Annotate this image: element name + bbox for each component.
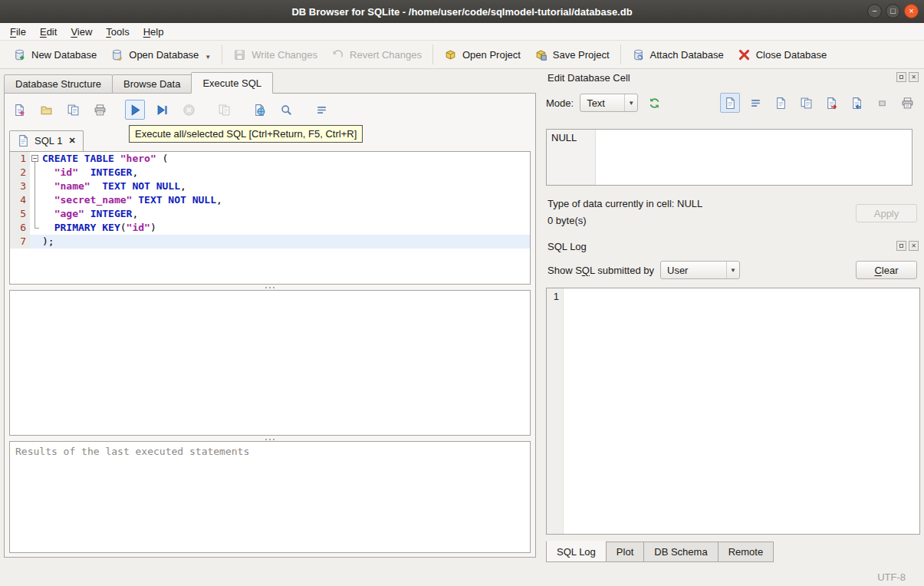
code-text: "secret_name" TEXT NOT NULL, [42,193,530,207]
toolbar-separator [222,44,222,64]
window-title: DB Browser for SQLite - /home/user/code/… [291,6,632,18]
sql-log-filter-label: Show SQL submitted by [547,265,654,276]
find-replace-button[interactable] [276,100,296,120]
cell-type-info: Type of data currently in cell: NULL [547,198,702,209]
copy-cell-button[interactable] [771,93,791,113]
open-database-button-label: Open Database [129,49,199,61]
code-text: "name" TEXT NOT NULL, [42,179,530,193]
print-cell-button[interactable] [897,93,917,113]
fold-guide [35,166,35,179]
menu-tools[interactable]: Tools [99,24,136,40]
code-text: "id" INTEGER, [42,166,530,179]
log-line-number: 1 [547,288,564,534]
dock-tab-db-schema[interactable]: DB Schema [643,542,718,562]
toolbar-separator [432,44,433,64]
save-results-button[interactable] [214,100,234,120]
sql-log-filter-value: User [661,265,726,276]
openproj-icon [444,48,457,61]
save-project-button[interactable]: Save Project [528,44,617,66]
fold-gutter [30,193,42,207]
sql-log-filter-select[interactable]: User ▼ [660,261,740,279]
minimize-window-icon[interactable]: − [867,4,882,18]
auto-format-button[interactable] [644,93,664,113]
cell-editor[interactable]: NULL [546,129,912,186]
tab-browse-data[interactable]: Browse Data [112,74,192,94]
results-message[interactable]: Results of the last executed statements [9,441,531,553]
execute-tooltip: Execute all/selected SQL [Ctrl+Return, F… [129,125,363,143]
close-tab-icon[interactable]: ✕ [68,136,75,146]
maximize-window-icon[interactable]: □ [886,4,900,18]
revert-icon [331,48,344,61]
save-sql-file-button[interactable] [63,100,83,120]
close-window-icon[interactable]: × [904,4,919,18]
paste-cell-button[interactable] [796,93,816,113]
close-panel-icon[interactable]: ✕ [909,72,919,82]
print-button[interactable] [90,100,110,120]
dock-tab-remote[interactable]: Remote [718,542,774,562]
word-wrap-button[interactable] [311,100,331,120]
saveproj-icon [534,48,547,61]
open-project-button[interactable]: Open Project [437,44,528,66]
dropdown-arrow-icon: ▼ [205,48,211,61]
results-grid[interactable] [9,290,531,436]
fold-gutter [30,221,42,235]
stop-button[interactable] [179,100,199,120]
text-view-button[interactable] [720,93,740,113]
browse-table-button[interactable] [249,100,269,120]
title-bar: DB Browser for SQLite - /home/user/code/… [0,0,924,23]
new-database-button[interactable]: New Database [6,44,104,66]
fold-gutter [30,166,42,179]
cell-value: NULL [547,130,596,185]
new-database-button-label: New Database [31,49,97,61]
export-cell-button[interactable] [847,93,866,113]
menu-file[interactable]: File [3,24,33,40]
code-line: 4 "secret_name" TEXT NOT NULL, [10,193,530,207]
code-text: CREATE TABLE "hero" ( [42,152,530,166]
menu-help[interactable]: Help [136,24,171,40]
sql-editor-tab[interactable]: SQL 1 ✕ [9,130,84,151]
clear-log-button[interactable]: Clear [856,261,917,279]
sql-editor[interactable]: 1−CREATE TABLE "hero" (2 "id" INTEGER,3 … [9,151,531,285]
fold-toggle-icon[interactable]: − [31,155,38,162]
chevron-down-icon: ▼ [624,94,637,111]
splitter-handle[interactable] [9,285,531,290]
mode-select[interactable]: Text ▼ [580,94,638,112]
execute-all-button[interactable] [125,100,145,120]
attach-database-button[interactable]: Attach Database [625,44,731,66]
close-panel-icon[interactable]: ✕ [909,241,919,251]
code-lines: 1−CREATE TABLE "hero" (2 "id" INTEGER,3 … [10,152,530,249]
import-cell-button[interactable] [821,93,841,113]
fold-gutter [30,235,42,249]
tab-database-structure[interactable]: Database Structure [4,74,113,94]
revert-changes-button[interactable]: Revert Changes [324,44,429,66]
attachdb-icon [632,48,645,61]
undock-panel-icon[interactable] [896,241,906,251]
open-sql-file-button[interactable] [36,100,56,120]
dock-tab-sql-log[interactable]: SQL Log [546,541,607,562]
mode-value: Text [580,97,624,109]
fold-gutter [30,207,42,221]
execute-line-button[interactable] [152,100,172,120]
open-database-button[interactable]: Open Database▼ [104,44,218,66]
set-null-button[interactable] [872,93,892,113]
revert-changes-button-label: Revert Changes [350,49,422,61]
sql-log-view[interactable]: 1 [546,288,920,535]
code-line: 6 PRIMARY KEY("id") [10,221,530,235]
new-sql-tab-button[interactable] [9,100,29,120]
cell-mode-row: Mode: Text ▼ [546,92,917,114]
undock-panel-icon[interactable] [896,72,906,82]
cell-word-wrap-button[interactable] [745,93,765,113]
menu-edit[interactable]: Edit [33,24,64,40]
sql-log-panel-title: SQL Log [547,241,587,252]
apply-button[interactable]: Apply [856,204,917,222]
tab-execute-sql[interactable]: Execute SQL [191,72,273,94]
menu-view[interactable]: View [64,24,99,40]
chevron-down-icon: ▼ [726,262,739,278]
mode-label: Mode: [546,97,574,109]
dock-tab-plot[interactable]: Plot [606,542,644,562]
sql-toolbar [9,97,331,122]
fold-guide [35,179,35,193]
close-database-button[interactable]: Close Database [731,44,834,66]
write-changes-button[interactable]: Write Changes [226,44,324,66]
fold-gutter [30,179,42,193]
